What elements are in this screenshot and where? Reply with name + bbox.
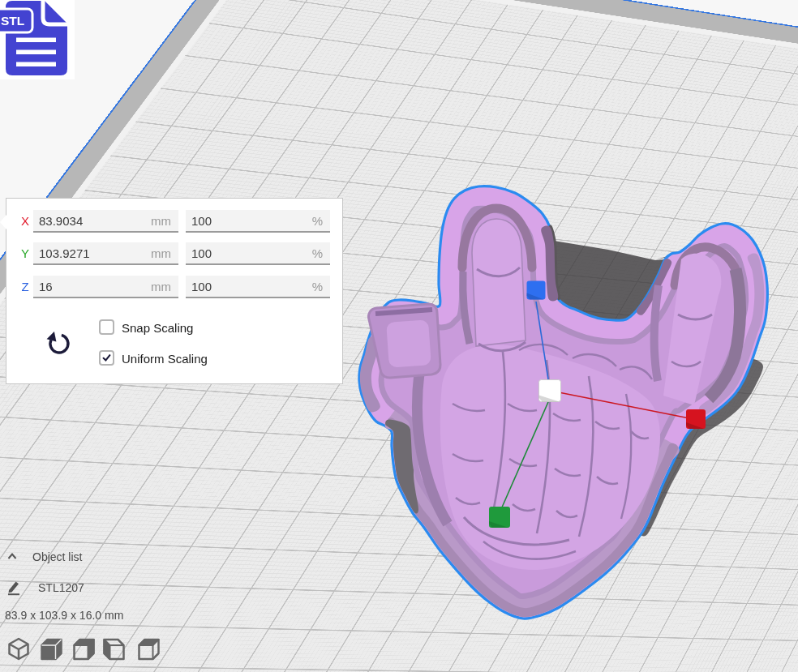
svg-text:STL: STL	[1, 14, 24, 28]
